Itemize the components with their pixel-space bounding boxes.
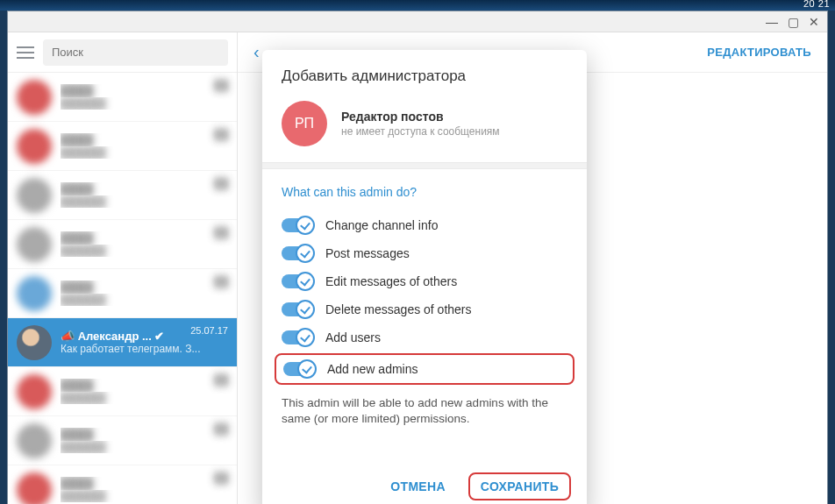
close-button[interactable]: ✕ <box>808 16 820 28</box>
chat-item[interactable]: ████████████ <box>8 269 237 318</box>
menu-icon[interactable] <box>17 46 34 59</box>
broadcast-icon: 📣 <box>61 330 75 343</box>
add-admin-dialog: Добавить администратора РП Редактор пост… <box>262 50 587 504</box>
toggle-delete-messages[interactable] <box>282 302 313 316</box>
perm-delete-messages: Delete messages of others <box>262 295 587 323</box>
perm-add-users: Add users <box>262 323 587 351</box>
permissions-note: This admin will be able to add new admin… <box>262 387 587 429</box>
perm-label: Add new admins <box>327 362 418 376</box>
chat-item[interactable]: ████████████ <box>8 122 237 171</box>
perm-label: Post messages <box>325 246 410 260</box>
chat-item[interactable]: ████████████ <box>8 465 237 504</box>
chat-item-active[interactable]: 📣 Александр ... ✔ Как работает телеграмм… <box>8 318 237 367</box>
chat-item[interactable]: ████████████ <box>8 367 237 416</box>
perm-add-admins: Add new admins <box>282 360 567 378</box>
perm-change-info: Change channel info <box>262 211 587 239</box>
minimize-button[interactable]: — <box>766 16 778 28</box>
verified-icon: ✔ <box>154 330 164 343</box>
perm-label: Delete messages of others <box>325 302 472 316</box>
chat-item[interactable]: ████████████ <box>8 416 237 465</box>
perm-post-messages: Post messages <box>262 239 587 267</box>
chat-date: 25.07.17 <box>190 325 228 336</box>
dialog-footer: ОТМЕНА СОХРАНИТЬ <box>262 462 587 504</box>
perm-label: Edit messages of others <box>325 274 457 288</box>
perm-label: Add users <box>325 330 381 344</box>
permissions-title: What can this admin do? <box>262 185 587 211</box>
back-chevron-icon[interactable]: ‹ <box>253 42 260 62</box>
chat-item[interactable]: ████████████ <box>8 73 237 122</box>
toggle-add-users[interactable] <box>282 330 313 344</box>
cancel-button[interactable]: ОТМЕНА <box>380 472 455 500</box>
maximize-button[interactable]: ▢ <box>787 16 799 28</box>
os-taskbar: 20 21 <box>0 0 835 11</box>
toggle-add-admins[interactable] <box>283 362 315 376</box>
highlight-add-admins: Add new admins <box>275 353 575 385</box>
edit-button[interactable]: РЕДАКТИРОВАТЬ <box>707 46 811 59</box>
chat-preview: Как работает телеграмм. З... <box>61 343 228 355</box>
window-titlebar: — ▢ ✕ <box>8 11 827 32</box>
save-button[interactable]: СОХРАНИТЬ <box>468 472 571 500</box>
chat-item[interactable]: ████████████ <box>8 171 237 220</box>
toggle-change-info[interactable] <box>282 218 313 232</box>
chat-list[interactable]: ████████████ ████████████ ████████████ █… <box>8 73 237 504</box>
chat-item[interactable]: ████████████ <box>8 220 237 269</box>
chat-title-label: Александр ... <box>78 330 152 343</box>
system-tray-time: 20 21 <box>803 0 830 9</box>
sidebar: ████████████ ████████████ ████████████ █… <box>8 32 238 504</box>
perm-edit-messages: Edit messages of others <box>262 267 587 295</box>
admin-status: не имеет доступа к сообщениям <box>341 125 500 138</box>
admin-name: Редактор постов <box>341 110 500 124</box>
admin-avatar: РП <box>282 101 327 146</box>
dialog-title: Добавить администратора <box>262 67 587 101</box>
section-divider <box>262 162 587 169</box>
search-input[interactable] <box>43 39 228 66</box>
toggle-edit-messages[interactable] <box>282 274 313 288</box>
toggle-post-messages[interactable] <box>282 246 313 260</box>
telegram-window: — ▢ ✕ ████████████ ████████████ ████████… <box>7 11 828 504</box>
perm-label: Change channel info <box>325 218 438 232</box>
avatar <box>17 325 52 360</box>
